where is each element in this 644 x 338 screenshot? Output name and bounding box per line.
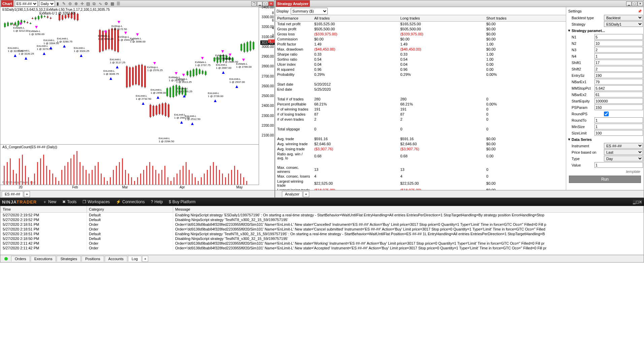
column-header[interactable]: Long trades (398, 15, 484, 22)
log-row[interactable]: 5/27/2020 2:11:42 PMOrderOrder='dd9138d9… (1, 241, 644, 246)
param-input[interactable] (594, 92, 643, 97)
menu-help[interactable]: ?Help (151, 199, 163, 204)
ds-select[interactable]: ES ##-## (604, 143, 643, 149)
y-tick: 2600.00 (262, 84, 274, 88)
param-input[interactable] (594, 85, 643, 91)
indicator-bar (73, 155, 74, 185)
menu-connections[interactable]: ⚡Connections (116, 199, 145, 204)
menu-workspaces[interactable]: ❐Workspaces (83, 199, 110, 204)
restore-icon[interactable]: ❐ (251, 1, 257, 6)
log-row[interactable]: 5/27/2020 2:11:42 PMOrderOrder='dd9138d9… (1, 246, 644, 250)
tab-strategies[interactable]: Strategies (57, 256, 81, 262)
indicator-chart[interactable]: AS_CongestCount(ES ##-## (Daily)) © 2020… (0, 144, 259, 185)
column-header[interactable]: Performance (275, 15, 312, 22)
list-icon[interactable]: ☰ (116, 1, 122, 7)
param-input[interactable] (594, 98, 643, 104)
zoom-out-icon[interactable]: ⊖ (67, 1, 73, 7)
param-input[interactable] (594, 34, 643, 40)
param-label: N4 (572, 54, 594, 58)
trade-label: ExStop-L1 @ 2578.25 (147, 66, 163, 72)
template-link[interactable]: template (567, 168, 643, 175)
chart-tab[interactable]: ES ##-## (2, 191, 23, 197)
param-input[interactable] (594, 53, 643, 59)
param-input[interactable] (594, 40, 643, 46)
app-maximize-icon[interactable]: ▢ (636, 200, 639, 204)
perf-row (275, 92, 566, 97)
indicator-y-axis[interactable]: 1 8642 (259, 7, 275, 48)
menu-buy-platform[interactable]: $Buy Platform (169, 199, 195, 204)
tab-log[interactable]: Log (128, 256, 141, 262)
tab-accounts[interactable]: Accounts (105, 256, 127, 262)
indicator-bar (49, 170, 50, 185)
param-input[interactable] (594, 104, 643, 110)
perf-row: Largest winning trade$22,525.00$22,525.0… (275, 179, 566, 188)
param-input[interactable] (594, 130, 643, 136)
backtest-type-select[interactable]: Backtest (604, 15, 643, 21)
zoom-in-icon[interactable]: ⊕ (73, 1, 79, 7)
param-input[interactable] (594, 66, 643, 72)
display-select[interactable]: Summary ($) (291, 8, 328, 14)
log-grid[interactable]: TimeCategoryMessage 5/27/2020 2:19:52 PM… (0, 206, 644, 255)
timeframe-select[interactable]: Daily (39, 1, 55, 7)
log-row[interactable]: 5/27/2020 2:18:50 PMDefaultDisabling Nin… (1, 236, 644, 241)
column-header[interactable]: All trades (312, 15, 398, 22)
instrument-select[interactable]: ES ##-## (15, 1, 38, 7)
app-close-icon[interactable]: ✕ (639, 200, 642, 204)
add-chart-tab-button[interactable]: + (24, 191, 30, 197)
template-icon[interactable]: ▦ (109, 1, 116, 7)
param-input[interactable] (594, 79, 643, 85)
trade-label: EnLimit-L1 @ 3324.25 (74, 47, 89, 53)
param-input[interactable] (594, 60, 643, 65)
price-chart[interactable]: ESDaily1(190,1,5.642,5,10,2,ExMark-L50,T… (0, 7, 259, 144)
indicator-bar (40, 158, 41, 185)
data-icon[interactable]: ▤ (85, 1, 91, 7)
performance-grid[interactable]: PerformanceAll tradesLong tradesShort tr… (275, 15, 566, 190)
tab-positions[interactable]: Positions (82, 256, 104, 262)
add-analyzer-tab-button[interactable]: + (303, 191, 309, 197)
tab-executions[interactable]: Executions (31, 256, 56, 262)
menu-new[interactable]: ＋New (43, 199, 56, 205)
group-strategy-params[interactable]: ▾ Strategy paramet... (567, 27, 643, 34)
analyzer-tab[interactable]: Analyzer (282, 191, 302, 197)
log-row[interactable]: 5/27/2020 2:19:52 PMDefaultEnabling Ninj… (1, 213, 644, 218)
log-header[interactable]: Time (1, 206, 87, 213)
ds-select[interactable]: Day (604, 156, 643, 161)
sa-close-icon[interactable]: ✕ (638, 1, 643, 6)
strategy-icon[interactable]: ∿ (97, 1, 103, 7)
column-header[interactable]: Short trades (484, 15, 561, 22)
sa-minimize-icon[interactable]: ▁ (626, 1, 632, 6)
log-row[interactable]: 5/27/2020 2:19:52 PMDefaultDisabling Nin… (1, 217, 644, 222)
ds-select[interactable]: Last (604, 149, 643, 155)
app-minimize-icon[interactable]: ▁ (633, 200, 636, 204)
menu-tools[interactable]: ✖Tools (62, 199, 76, 204)
add-bottom-tab-button[interactable]: + (142, 256, 148, 262)
x-tick: Mar (122, 185, 128, 189)
exit-arrow-icon (182, 74, 185, 76)
sa-maximize-icon[interactable]: ▢ (632, 1, 637, 6)
candlestick-icon[interactable]: ▮ (55, 1, 61, 7)
pin-icon[interactable]: 📌 (638, 9, 642, 13)
log-header[interactable]: Category (87, 206, 173, 213)
param-input[interactable] (594, 72, 643, 78)
analyzer-tab-label: Analyzer (285, 192, 299, 196)
group-data-series[interactable]: ▾ Data Series (567, 136, 643, 143)
param-input[interactable] (594, 124, 643, 129)
pencil-icon[interactable]: ✎ (61, 1, 67, 7)
indicator-icon[interactable]: ⧉ (91, 1, 97, 7)
tab-orders[interactable]: Orders (11, 256, 30, 262)
log-row[interactable]: 5/27/2020 2:18:51 PMOrderOrder='dd9138d9… (1, 227, 644, 232)
crosshair-icon[interactable]: ✛ (79, 1, 85, 7)
indicator-bar (79, 162, 80, 185)
param-input[interactable] (594, 117, 643, 123)
properties-icon[interactable]: ⚙ (103, 1, 109, 7)
param-input[interactable] (594, 47, 643, 53)
log-row[interactable]: 5/27/2020 2:18:51 PMDefaultEnabling Ninj… (1, 232, 644, 236)
indicator-bar (22, 155, 23, 185)
param-checkbox[interactable] (604, 112, 609, 116)
ds-input[interactable] (594, 162, 643, 168)
log-header[interactable]: Message (173, 206, 644, 213)
run-button[interactable]: Run (569, 176, 641, 183)
strategy-select[interactable]: ESDaily1 (604, 21, 643, 27)
log-row[interactable]: 5/27/2020 2:18:51 PMOrderOrder='dd9138d9… (1, 222, 644, 227)
entry-arrow-icon (157, 96, 159, 99)
